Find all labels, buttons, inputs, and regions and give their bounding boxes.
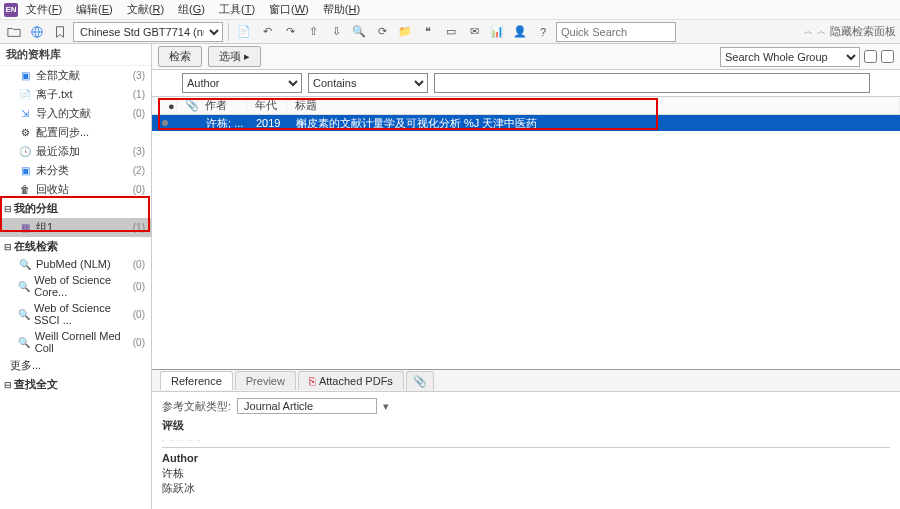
- quick-search-input[interactable]: [556, 22, 676, 42]
- menu-groups[interactable]: 组(G): [172, 0, 211, 19]
- sidebar-label: Web of Science SSCI ...: [34, 302, 133, 326]
- sidebar-group-online[interactable]: ⊟在线检索: [0, 237, 151, 256]
- col-year[interactable]: 年代: [247, 98, 287, 113]
- sidebar-item-wos-core[interactable]: 🔍Web of Science Core...(0): [0, 272, 151, 300]
- forward-icon[interactable]: ↷: [280, 22, 300, 42]
- sidebar-group-mygroups[interactable]: ⊟我的分组: [0, 199, 151, 218]
- import-icon[interactable]: ⇩: [326, 22, 346, 42]
- sidebar-label: 组1: [36, 220, 53, 235]
- count: (0): [133, 259, 145, 270]
- unread-dot-icon: [162, 120, 168, 126]
- tab-reference[interactable]: Reference: [160, 371, 233, 390]
- sidebar-label: 离子.txt: [36, 87, 73, 102]
- new-ref-icon[interactable]: 📄: [234, 22, 254, 42]
- reftype-select[interactable]: Journal Article: [237, 398, 377, 414]
- rating-stars[interactable]: · · · · ·: [162, 435, 890, 445]
- sidebar-label: 未分类: [36, 163, 69, 178]
- insert-citation-icon[interactable]: ❝: [418, 22, 438, 42]
- sidebar: 我的资料库 ▣全部文献(3) 📄离子.txt(1) ⇲导入的文献(0) ⚙配置同…: [0, 44, 152, 509]
- options-button[interactable]: 选项 ▸: [208, 46, 261, 67]
- sidebar-header: 我的资料库: [0, 44, 151, 66]
- folder-icon[interactable]: 📁: [395, 22, 415, 42]
- trash-icon: 🗑: [18, 184, 32, 196]
- sidebar-item-all[interactable]: ▣全部文献(3): [0, 66, 151, 85]
- tab-attached-pdfs[interactable]: ⎘Attached PDFs: [298, 371, 404, 390]
- search-icon: 🔍: [18, 280, 30, 292]
- menu-tools[interactable]: 工具(T): [213, 0, 261, 19]
- menu-window[interactable]: 窗口(W): [263, 0, 315, 19]
- count: (0): [133, 108, 145, 119]
- chevron-up-icon[interactable]: ︿: [804, 25, 813, 38]
- sidebar-item-more[interactable]: 更多...: [0, 356, 151, 375]
- email-icon[interactable]: ✉: [464, 22, 484, 42]
- twisty-icon: ⊟: [4, 380, 14, 390]
- folder-icon: ▣: [18, 70, 32, 82]
- sidebar-item-imported[interactable]: ⇲导入的文献(0): [0, 104, 151, 123]
- dropdown-icon[interactable]: ▾: [383, 400, 389, 413]
- list-row[interactable]: 许栋; ... 2019 槲皮素的文献计量学及可视化分析 %J 天津中医药: [152, 115, 900, 131]
- pdf-icon: ⎘: [309, 375, 316, 387]
- col-dot[interactable]: ●: [160, 100, 177, 112]
- match-checkbox-2[interactable]: [881, 50, 894, 63]
- person-icon[interactable]: 👤: [510, 22, 530, 42]
- col-attachment-icon[interactable]: 📎: [177, 99, 197, 112]
- sidebar-label: 最近添加: [36, 144, 80, 159]
- globe-icon[interactable]: [27, 22, 47, 42]
- tab-attach-icon[interactable]: 📎: [406, 371, 434, 391]
- sidebar-label: 更多...: [10, 358, 41, 373]
- sidebar-item-txt[interactable]: 📄离子.txt(1): [0, 85, 151, 104]
- sidebar-group-fulltext[interactable]: ⊟查找全文: [0, 375, 151, 394]
- toolbar: Chinese Std GBT7714 (numeri 📄 ↶ ↷ ⇧ ⇩ 🔍 …: [0, 20, 900, 44]
- title-cell: 槲皮素的文献计量学及可视化分析 %J 天津中医药: [288, 116, 900, 131]
- bookmark-icon[interactable]: [50, 22, 70, 42]
- menu-references[interactable]: 文献(R): [121, 0, 170, 19]
- sidebar-label: Weill Cornell Med Coll: [35, 330, 133, 354]
- clock-icon: 🕓: [18, 146, 32, 158]
- menu-help[interactable]: 帮助(H): [317, 0, 366, 19]
- search-scope-select[interactable]: Search Whole Group: [720, 47, 860, 67]
- match-checkbox-1[interactable]: [864, 50, 877, 63]
- citation-style-select[interactable]: Chinese Std GBT7714 (numeri: [73, 22, 223, 42]
- content-area: 检索 选项 ▸ Search Whole Group Author Contai…: [152, 44, 900, 509]
- col-title[interactable]: 标题: [287, 98, 900, 113]
- tab-preview[interactable]: Preview: [235, 371, 296, 390]
- col-author[interactable]: 作者: [197, 98, 247, 113]
- filter-field-select[interactable]: Author: [182, 73, 302, 93]
- sidebar-item-weill[interactable]: 🔍Weill Cornell Med Coll(0): [0, 328, 151, 356]
- sidebar-item-group1[interactable]: ▦组1(1): [0, 218, 151, 237]
- sidebar-item-unfiled[interactable]: ▣未分类(2): [0, 161, 151, 180]
- group-label: 查找全文: [14, 377, 58, 392]
- count: (0): [133, 337, 145, 348]
- help-icon[interactable]: ?: [533, 22, 553, 42]
- sidebar-label: Web of Science Core...: [34, 274, 133, 298]
- group-label: 我的分组: [14, 201, 58, 216]
- filter-operator-select[interactable]: Contains: [308, 73, 428, 93]
- author-value: 陈跃冰: [162, 481, 890, 496]
- hide-search-panel-link[interactable]: 隐藏检索面板: [830, 24, 896, 39]
- back-icon[interactable]: ↶: [257, 22, 277, 42]
- filter-value-input[interactable]: [434, 73, 870, 93]
- menu-file[interactable]: 文件(F): [20, 0, 68, 19]
- count: (1): [133, 222, 145, 233]
- sidebar-item-recent[interactable]: 🕓最近添加(3): [0, 142, 151, 161]
- search-bar: 检索 选项 ▸ Search Whole Group: [152, 44, 900, 70]
- sidebar-label: 回收站: [36, 182, 69, 197]
- doc-icon: 📄: [18, 89, 32, 101]
- sync-icon[interactable]: ⟳: [372, 22, 392, 42]
- sidebar-item-wos-ssci[interactable]: 🔍Web of Science SSCI ...(0): [0, 300, 151, 328]
- sidebar-item-trash[interactable]: 🗑回收站(0): [0, 180, 151, 199]
- sidebar-item-pubmed[interactable]: 🔍PubMed (NLM)(0): [0, 256, 151, 272]
- chevron-up-icon[interactable]: ︿: [817, 25, 826, 38]
- year-cell: 2019: [248, 117, 288, 129]
- folder-open-icon[interactable]: [4, 22, 24, 42]
- menu-edit[interactable]: 编辑(E): [70, 0, 119, 19]
- twisty-icon: ⊟: [4, 204, 14, 214]
- search-icon[interactable]: 🔍: [349, 22, 369, 42]
- format-icon[interactable]: ▭: [441, 22, 461, 42]
- sidebar-item-sync[interactable]: ⚙配置同步...: [0, 123, 151, 142]
- count: (0): [133, 184, 145, 195]
- chart-icon[interactable]: 📊: [487, 22, 507, 42]
- export-icon[interactable]: ⇧: [303, 22, 323, 42]
- search-icon: 🔍: [18, 336, 31, 348]
- search-button[interactable]: 检索: [158, 46, 202, 67]
